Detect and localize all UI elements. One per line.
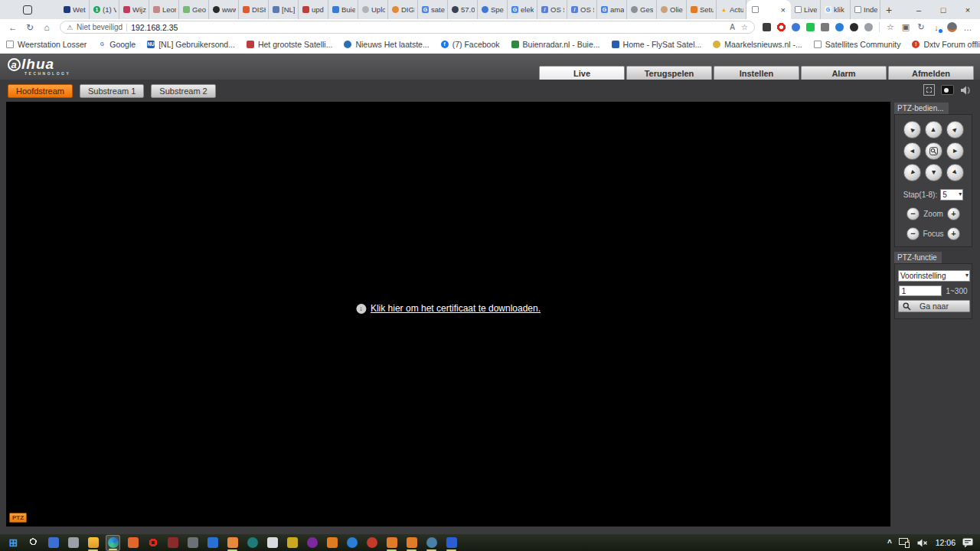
nav-button[interactable]: Live [539,66,625,80]
notifications-icon[interactable] [962,538,973,548]
stream-button[interactable]: Substream 2 [151,84,215,98]
green-bookmark-extension-icon[interactable] [806,23,815,31]
ptz-down-right-button[interactable]: ▲ [946,164,964,181]
address-bar[interactable]: ⚠ Niet beveiligd 192.168.2.35 A ☆ [60,21,755,34]
browser-tab[interactable]: / OS S [537,0,567,19]
hidden-icons-chevron[interactable]: ^ [887,539,892,547]
snapshot-icon[interactable] [941,85,954,95]
focus-out-button[interactable]: − [906,227,920,240]
browser-tab[interactable]: Olie [657,0,687,19]
ptz-left-button[interactable]: ▲ [903,142,921,160]
nav-button[interactable]: Afmelden [888,66,974,80]
taskbar-movies-app-icon[interactable] [46,535,60,551]
profile-avatar[interactable] [947,22,957,32]
browser-tab[interactable]: Uplo [358,0,388,19]
taskbar-globe-icon[interactable] [424,535,439,551]
taskbar-remote-icon[interactable] [165,535,180,551]
browser-tab[interactable]: / OS S [567,0,597,19]
bookmark-item[interactable]: ! Dxtv Forum offline?... [912,40,980,49]
ptz-up-button[interactable]: ▲ [925,121,942,139]
nav-button[interactable]: Instellen [714,66,799,80]
browser-tab[interactable]: Buie [328,0,358,19]
zoom-in-button[interactable]: + [947,207,960,220]
taskbar-pen-icon[interactable] [285,535,299,551]
browser-tab[interactable]: Ges [627,0,657,19]
browser-tab[interactable]: 1 (1) V [90,0,119,19]
bookmark-item[interactable]: NU [NL] Gebruikersond... [147,40,235,49]
taskbar-opera-icon[interactable] [145,535,160,551]
ptz-right-button[interactable]: ▲ [946,142,964,160]
read-aloud-icon[interactable]: A [730,23,735,31]
url-text[interactable]: 192.168.2.35 [131,23,178,32]
fit-screen-icon[interactable] [923,84,935,96]
nav-button[interactable]: Alarm [801,66,887,80]
preset-number-input[interactable] [899,285,942,296]
taskbar-edge-icon[interactable] [106,535,120,551]
browser-tab[interactable]: G klik [821,0,851,19]
browser-tab[interactable]: DISH [239,0,269,19]
blue-extension-icon[interactable] [792,23,800,31]
ptz-down-left-button[interactable]: ▲ [903,164,921,181]
ptz-up-left-button[interactable]: ▲ [903,121,921,139]
browser-tab[interactable]: G sate [418,0,448,19]
collections-icon[interactable]: ▣ [898,22,913,32]
taskbar-stats-icon[interactable] [185,535,200,551]
window-minimize-button[interactable]: – [906,0,931,19]
taskbar-swirl-icon[interactable] [364,535,379,551]
downloads-icon[interactable]: ↓ [929,23,944,32]
taskbar-start-icon[interactable]: ⊞ [6,535,21,551]
taskbar-tool-x2-icon[interactable] [404,535,419,551]
ptz-down-button[interactable]: ▲ [925,164,942,181]
taskbar-gimp-icon[interactable] [245,535,260,551]
muted-speaker-icon[interactable] [917,538,929,548]
browser-tab[interactable]: www [209,0,239,19]
settings-menu-icon[interactable]: … [960,23,975,32]
browser-tab[interactable]: G ama [597,0,627,19]
pen-extension-icon[interactable] [763,23,771,31]
dark-extension-icon[interactable] [850,23,858,31]
zoom-out-button[interactable]: − [906,207,920,220]
bookmark-item[interactable]: f (7) Facebook [441,40,500,49]
certificate-download-link[interactable]: Klik hier om het certificaat te download… [371,303,541,314]
preset-select[interactable]: Voorinstelling [898,270,970,282]
bookmark-item[interactable]: Weerstation Losser [6,40,87,49]
window-restore-button[interactable]: □ [931,0,956,19]
step-select[interactable]: 5 [940,189,963,201]
taskbar-vlc-icon[interactable] [325,535,339,551]
clock[interactable]: 12:06 [936,538,956,547]
browser-tab[interactable]: Wet [60,0,90,19]
focus-in-button[interactable]: + [947,227,960,240]
tab-workspaces-icon[interactable] [23,5,32,15]
taskbar-explorer-icon[interactable] [86,535,100,551]
browser-tab[interactable]: ▲ Actu [717,0,746,19]
ublock-extension-icon[interactable] [821,23,829,31]
bookmark-item[interactable]: Home - FlySat Satel... [612,40,702,49]
stream-button[interactable]: Hoofdstream [8,84,73,98]
browser-tab[interactable]: Geo [179,0,209,19]
ptz-scan-button[interactable] [925,142,942,160]
home-icon[interactable]: ⌂ [38,22,55,33]
audio-icon[interactable] [960,85,972,96]
bookmark-item[interactable]: Buienradar.nl - Buie... [511,40,600,49]
browser-tab[interactable]: G elek [508,0,537,19]
stream-button[interactable]: Substream 1 [80,84,144,98]
browser-tab[interactable]: Leor [149,0,179,19]
browser-tab[interactable]: upd [299,0,328,19]
browser-tab[interactable]: Live [791,0,821,19]
tab-close-icon[interactable]: × [781,5,786,15]
browser-tab[interactable]: 57.0 [448,0,478,19]
browser-tab[interactable]: Spe [478,0,508,19]
taskbar-mail-icon[interactable] [205,535,220,551]
taskbar-photos-blue-icon[interactable] [444,535,459,551]
window-close-button[interactable]: × [956,0,980,19]
add-favorite-star-icon[interactable]: ☆ [741,23,748,31]
bookmark-item[interactable]: Satellites Community [814,40,901,49]
history-icon[interactable]: ↻ [913,22,929,32]
refresh-icon[interactable]: ↻ [21,22,38,33]
browser-tab[interactable]: DIGI [388,0,418,19]
bookmark-item[interactable]: G Google [98,40,136,49]
ptz-up-right-button[interactable]: ▲ [946,121,964,139]
browser-tab[interactable]: Wijz [119,0,149,19]
display-cast-icon[interactable] [899,538,910,548]
taskbar-notes-icon[interactable] [265,535,279,551]
